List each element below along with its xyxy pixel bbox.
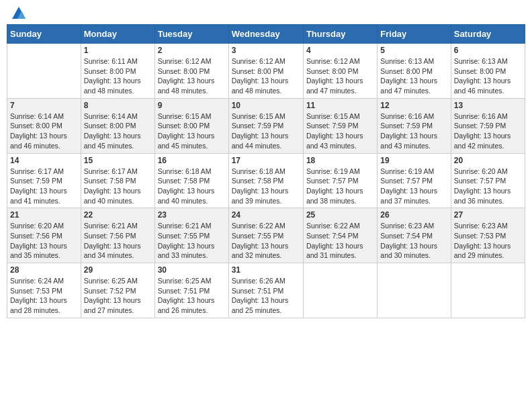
day-number: 18 <box>306 156 374 165</box>
weekday-header: Sunday <box>7 25 81 44</box>
day-info: Sunrise: 6:23 AM Sunset: 7:53 PM Dayligh… <box>454 221 522 261</box>
day-number: 16 <box>158 156 226 165</box>
day-info: Sunrise: 6:22 AM Sunset: 7:54 PM Dayligh… <box>306 221 374 261</box>
day-number: 28 <box>10 265 78 275</box>
calendar-cell: 23 Sunrise: 6:21 AM Sunset: 7:55 PM Dayl… <box>154 208 228 263</box>
day-number: 30 <box>158 265 226 275</box>
logo-icon <box>12 7 26 19</box>
day-info: Sunrise: 6:19 AM Sunset: 7:57 PM Dayligh… <box>306 167 374 206</box>
day-number: 11 <box>306 101 374 110</box>
calendar-cell: 2 Sunrise: 6:12 AM Sunset: 8:00 PM Dayli… <box>154 44 228 99</box>
day-info: Sunrise: 6:19 AM Sunset: 7:57 PM Dayligh… <box>380 167 447 206</box>
day-number: 1 <box>84 46 152 55</box>
day-info: Sunrise: 6:15 AM Sunset: 7:59 PM Dayligh… <box>306 111 374 151</box>
day-number: 25 <box>306 210 374 220</box>
day-number: 24 <box>232 210 300 220</box>
day-number: 7 <box>10 101 78 110</box>
day-number: 14 <box>10 156 78 165</box>
day-number: 5 <box>380 46 447 55</box>
day-info: Sunrise: 6:14 AM Sunset: 8:00 PM Dayligh… <box>10 111 78 151</box>
day-number: 19 <box>380 156 447 165</box>
day-number: 21 <box>10 210 78 220</box>
weekday-header: Monday <box>81 25 154 44</box>
calendar-cell <box>303 263 377 318</box>
calendar-cell: 27 Sunrise: 6:23 AM Sunset: 7:53 PM Dayl… <box>451 208 525 263</box>
calendar-cell: 11 Sunrise: 6:15 AM Sunset: 7:59 PM Dayl… <box>303 98 377 153</box>
day-number: 27 <box>454 210 522 220</box>
day-info: Sunrise: 6:12 AM Sunset: 8:00 PM Dayligh… <box>232 56 300 96</box>
weekday-header: Friday <box>378 25 451 44</box>
calendar-week-row: 28 Sunrise: 6:24 AM Sunset: 7:53 PM Dayl… <box>7 263 525 318</box>
day-number: 22 <box>84 210 152 220</box>
day-info: Sunrise: 6:25 AM Sunset: 7:51 PM Dayligh… <box>158 276 226 316</box>
calendar-cell: 20 Sunrise: 6:20 AM Sunset: 7:57 PM Dayl… <box>451 153 525 208</box>
day-number: 12 <box>380 101 447 110</box>
page-header <box>7 7 525 19</box>
calendar-week-row: 7 Sunrise: 6:14 AM Sunset: 8:00 PM Dayli… <box>7 98 525 153</box>
calendar-cell: 4 Sunrise: 6:12 AM Sunset: 8:00 PM Dayli… <box>303 44 377 99</box>
day-info: Sunrise: 6:18 AM Sunset: 7:58 PM Dayligh… <box>158 167 226 206</box>
calendar-cell: 12 Sunrise: 6:16 AM Sunset: 7:59 PM Dayl… <box>378 98 451 153</box>
calendar-cell: 8 Sunrise: 6:14 AM Sunset: 8:00 PM Dayli… <box>81 98 154 153</box>
day-info: Sunrise: 6:24 AM Sunset: 7:53 PM Dayligh… <box>10 276 78 316</box>
day-info: Sunrise: 6:23 AM Sunset: 7:54 PM Dayligh… <box>380 221 447 261</box>
logo <box>9 7 27 19</box>
calendar-cell: 10 Sunrise: 6:15 AM Sunset: 7:59 PM Dayl… <box>228 98 303 153</box>
day-number: 3 <box>232 46 300 55</box>
calendar-cell: 28 Sunrise: 6:24 AM Sunset: 7:53 PM Dayl… <box>7 263 81 318</box>
day-info: Sunrise: 6:17 AM Sunset: 7:58 PM Dayligh… <box>84 167 152 206</box>
calendar-cell: 6 Sunrise: 6:13 AM Sunset: 8:00 PM Dayli… <box>451 44 525 99</box>
day-info: Sunrise: 6:16 AM Sunset: 7:59 PM Dayligh… <box>454 111 522 151</box>
calendar-cell: 31 Sunrise: 6:26 AM Sunset: 7:51 PM Dayl… <box>228 263 303 318</box>
day-number: 29 <box>84 265 152 275</box>
calendar-cell: 21 Sunrise: 6:20 AM Sunset: 7:56 PM Dayl… <box>7 208 81 263</box>
day-info: Sunrise: 6:20 AM Sunset: 7:57 PM Dayligh… <box>454 167 522 206</box>
calendar-cell: 3 Sunrise: 6:12 AM Sunset: 8:00 PM Dayli… <box>228 44 303 99</box>
calendar-cell: 1 Sunrise: 6:11 AM Sunset: 8:00 PM Dayli… <box>81 44 154 99</box>
calendar-week-row: 21 Sunrise: 6:20 AM Sunset: 7:56 PM Dayl… <box>7 208 525 263</box>
calendar-cell: 18 Sunrise: 6:19 AM Sunset: 7:57 PM Dayl… <box>303 153 377 208</box>
calendar-cell: 15 Sunrise: 6:17 AM Sunset: 7:58 PM Dayl… <box>81 153 154 208</box>
day-number: 31 <box>232 265 300 275</box>
calendar-cell: 19 Sunrise: 6:19 AM Sunset: 7:57 PM Dayl… <box>378 153 451 208</box>
weekday-header: Tuesday <box>154 25 228 44</box>
calendar-cell: 16 Sunrise: 6:18 AM Sunset: 7:58 PM Dayl… <box>154 153 228 208</box>
calendar-cell <box>378 263 451 318</box>
calendar-cell: 29 Sunrise: 6:25 AM Sunset: 7:52 PM Dayl… <box>81 263 154 318</box>
day-number: 9 <box>158 101 226 110</box>
day-info: Sunrise: 6:25 AM Sunset: 7:52 PM Dayligh… <box>84 276 152 316</box>
day-info: Sunrise: 6:16 AM Sunset: 7:59 PM Dayligh… <box>380 111 447 151</box>
day-info: Sunrise: 6:12 AM Sunset: 8:00 PM Dayligh… <box>158 56 226 96</box>
day-info: Sunrise: 6:15 AM Sunset: 7:59 PM Dayligh… <box>232 111 300 151</box>
day-number: 23 <box>158 210 226 220</box>
day-number: 4 <box>306 46 374 55</box>
calendar-cell: 5 Sunrise: 6:13 AM Sunset: 8:00 PM Dayli… <box>378 44 451 99</box>
calendar-cell: 25 Sunrise: 6:22 AM Sunset: 7:54 PM Dayl… <box>303 208 377 263</box>
calendar-cell: 30 Sunrise: 6:25 AM Sunset: 7:51 PM Dayl… <box>154 263 228 318</box>
calendar-week-row: 14 Sunrise: 6:17 AM Sunset: 7:59 PM Dayl… <box>7 153 525 208</box>
calendar-cell <box>7 44 81 99</box>
weekday-header: Saturday <box>451 25 525 44</box>
calendar-cell <box>451 263 525 318</box>
day-number: 17 <box>232 156 300 165</box>
calendar-cell: 7 Sunrise: 6:14 AM Sunset: 8:00 PM Dayli… <box>7 98 81 153</box>
calendar-cell: 26 Sunrise: 6:23 AM Sunset: 7:54 PM Dayl… <box>378 208 451 263</box>
day-info: Sunrise: 6:11 AM Sunset: 8:00 PM Dayligh… <box>84 56 152 96</box>
day-info: Sunrise: 6:18 AM Sunset: 7:58 PM Dayligh… <box>232 167 300 206</box>
day-number: 10 <box>232 101 300 110</box>
day-info: Sunrise: 6:13 AM Sunset: 8:00 PM Dayligh… <box>454 56 522 96</box>
day-info: Sunrise: 6:26 AM Sunset: 7:51 PM Dayligh… <box>232 276 300 316</box>
calendar-header-row: SundayMondayTuesdayWednesdayThursdayFrid… <box>7 25 525 44</box>
calendar-cell: 17 Sunrise: 6:18 AM Sunset: 7:58 PM Dayl… <box>228 153 303 208</box>
day-info: Sunrise: 6:13 AM Sunset: 8:00 PM Dayligh… <box>380 56 447 96</box>
day-number: 8 <box>84 101 152 110</box>
calendar-week-row: 1 Sunrise: 6:11 AM Sunset: 8:00 PM Dayli… <box>7 44 525 99</box>
calendar-table: SundayMondayTuesdayWednesdayThursdayFrid… <box>7 24 525 318</box>
day-number: 6 <box>454 46 522 55</box>
weekday-header: Thursday <box>303 25 377 44</box>
calendar-cell: 13 Sunrise: 6:16 AM Sunset: 7:59 PM Dayl… <box>451 98 525 153</box>
day-number: 15 <box>84 156 152 165</box>
weekday-header: Wednesday <box>228 25 303 44</box>
day-info: Sunrise: 6:17 AM Sunset: 7:59 PM Dayligh… <box>10 167 78 206</box>
calendar-cell: 9 Sunrise: 6:15 AM Sunset: 8:00 PM Dayli… <box>154 98 228 153</box>
